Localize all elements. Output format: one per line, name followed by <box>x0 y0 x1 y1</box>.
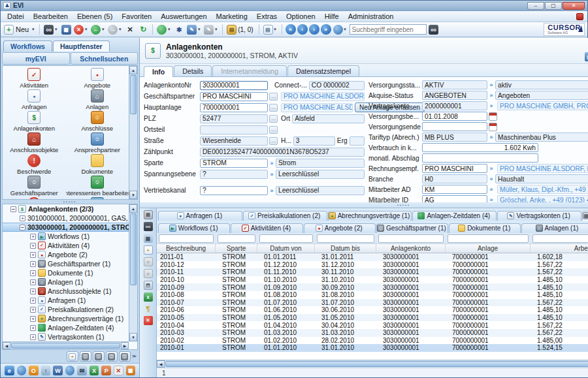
shortcut-item[interactable]: Anschlussobjekte <box>3 133 66 154</box>
related-tab[interactable]: Anlagen (1) <box>521 223 588 233</box>
shortcut-item[interactable]: Anlagen <box>66 89 129 111</box>
plz-field[interactable]: 52477 <box>200 114 268 123</box>
collapse-expander-icon[interactable] <box>20 225 25 230</box>
rail-button[interactable] <box>144 292 153 302</box>
search-input[interactable] <box>350 24 427 35</box>
nav-next-button[interactable] <box>309 24 319 35</box>
lookup-dots-icon[interactable] <box>269 104 278 112</box>
related-tab[interactable]: Vertragskonten (1) <box>497 211 581 221</box>
tree-child-node[interactable]: Anfragen (1) <box>3 296 129 305</box>
rail-button[interactable] <box>144 316 153 325</box>
column-header[interactable]: Sparte <box>216 244 257 253</box>
column-filter-input[interactable] <box>259 234 313 243</box>
maximize-button[interactable] <box>545 2 562 10</box>
menu-item[interactable]: Administration <box>344 12 399 21</box>
refresh-button[interactable] <box>137 24 149 35</box>
tree-sibling-node[interactable]: 3010000001, 2000000001, GAS, AKTIV <box>3 213 129 223</box>
tree-child-node[interactable]: Geschäftspartner (1) <box>3 259 129 268</box>
expand-expander-icon[interactable] <box>30 307 36 313</box>
left-panel-subtab[interactable]: myEVI <box>2 52 70 65</box>
close-button[interactable] <box>563 2 585 10</box>
cancel-button[interactable] <box>73 24 89 35</box>
tree-child-node[interactable]: Vertragskonten (1) <box>3 332 129 341</box>
key-lookup-icon[interactable] <box>487 186 495 193</box>
hausnr-field[interactable]: 3 <box>293 136 335 146</box>
mitarbeiter-id-link[interactable]: Gröschel, Anke, , +49 (0123) 4567, info@… <box>497 195 588 202</box>
new-dropdown-caret[interactable] <box>31 27 35 32</box>
shortcut-item[interactable]: Dokumente <box>66 154 129 176</box>
expand-expander-icon[interactable] <box>30 316 36 322</box>
related-tab[interactable]: Workflows (1) <box>158 223 230 233</box>
run-button[interactable] <box>173 24 185 35</box>
erg-field[interactable] <box>350 136 365 146</box>
dock-app-icon[interactable] <box>65 366 75 375</box>
key-lookup-icon[interactable] <box>487 165 495 172</box>
column-filter-input[interactable] <box>448 234 529 243</box>
verbrauch-input[interactable]: 1.602 Kwh <box>422 143 538 152</box>
key-lookup-icon[interactable] <box>268 171 276 178</box>
dock-app-icon[interactable] <box>29 366 39 375</box>
table-row[interactable]: 2010-07 STROM 01.07.2010 31.07.2010 3030… <box>157 299 588 307</box>
table-row[interactable]: 2010-09 STROM 01.09.2010 30.09.2010 3030… <box>157 283 588 291</box>
tree-child-node[interactable]: Anlagen (1) <box>3 277 129 287</box>
scroll-down-icon[interactable] <box>129 333 137 341</box>
scroll-up-icon[interactable] <box>129 204 137 213</box>
scroll-right-icon[interactable] <box>121 342 129 349</box>
table-row[interactable]: 2010-05 STROM 01.05.2010 31.05.2010 3030… <box>157 314 588 322</box>
table-row[interactable]: 2010-11 STROM 01.11.2010 30.11.2010 3030… <box>157 268 588 276</box>
left-panel-subtab[interactable]: Schnellsuchen <box>71 52 139 65</box>
shortcut-item[interactable]: Anfragen <box>3 89 66 111</box>
shortcut-item[interactable]: Anschlüsse <box>66 111 129 133</box>
expand-expander-icon[interactable] <box>30 270 36 276</box>
menu-item[interactable]: Bearbeiten <box>29 12 73 21</box>
nav-previous-button[interactable] <box>297 24 308 35</box>
column-header[interactable]: Anlagenkonto <box>376 244 446 253</box>
partner-view-button[interactable] <box>119 351 131 362</box>
table-row[interactable]: 2010-12 STROM 01.12.2010 31.12.2010 3030… <box>157 261 588 269</box>
key-lookup-icon[interactable] <box>487 134 495 140</box>
expand-expander-icon[interactable] <box>30 243 36 249</box>
table-row[interactable]: 2010-03 STROM 01.03.2010 31.03.2010 3030… <box>157 329 588 337</box>
column-header[interactable]: Datum von <box>257 244 315 253</box>
vertragskonto-link[interactable]: PRO MASCHINE GMBH, PRO MASCHINE ALSDORF <box>497 101 588 110</box>
record-tab[interactable]: Datensatzstempel <box>287 65 359 76</box>
tree-root-node[interactable]: Anlagenkonten (2/3) <box>3 204 129 213</box>
key-lookup-icon[interactable] <box>268 160 276 166</box>
export-button[interactable] <box>156 24 172 35</box>
minimize-button[interactable] <box>527 2 544 10</box>
table-row[interactable]: 2010-02 STROM 01.02.2010 28.02.2010 3030… <box>157 337 588 345</box>
nav-last-button[interactable] <box>321 24 331 35</box>
related-tab[interactable]: Angebote (2) <box>304 223 376 233</box>
calendar-icon[interactable] <box>489 112 497 121</box>
rail-button[interactable] <box>144 245 153 255</box>
column-filter-input[interactable] <box>218 234 255 243</box>
expand-expander-icon[interactable] <box>30 261 36 267</box>
dock-app-icon[interactable] <box>77 366 87 375</box>
rechnungsempf-input[interactable]: PRO MASCHINI <box>422 164 487 173</box>
shortcut-item[interactable]: Angebote <box>66 68 129 89</box>
menu-item[interactable]: Ebenen (5) <box>73 12 117 21</box>
tree-horizontal-scrollbar[interactable] <box>3 341 129 349</box>
menu-item[interactable]: Extras <box>252 12 282 21</box>
sparte-input[interactable]: STROM <box>200 159 268 168</box>
expand-expander-icon[interactable] <box>30 298 36 304</box>
nav-first-button[interactable] <box>286 24 296 35</box>
tree-child-node[interactable]: Aktivitäten (4) <box>3 241 129 250</box>
menu-item[interactable]: Optionen <box>282 12 320 21</box>
calendar-icon[interactable] <box>489 123 497 131</box>
shortcut-item[interactable]: Anlagenkonten <box>3 111 66 133</box>
expand-expander-icon[interactable] <box>30 234 36 240</box>
strasse-field[interactable]: Wiesenheide <box>200 136 268 146</box>
dock-app-icon[interactable] <box>90 366 99 375</box>
new-button[interactable]: Neu <box>3 24 36 35</box>
lookup-dots-icon[interactable] <box>269 137 278 145</box>
expand-expander-icon[interactable] <box>30 279 36 285</box>
search-button[interactable] <box>43 24 59 35</box>
forward-button[interactable] <box>107 24 123 35</box>
table-row[interactable]: 2010-10 STROM 01.10.2010 31.10.2010 3030… <box>157 276 588 284</box>
table-row[interactable]: 2010-01 STROM 01.01.2010 31.01.2010 3030… <box>157 344 588 352</box>
rail-button[interactable] <box>144 222 153 231</box>
table-horizontal-scrollbar[interactable] <box>157 360 588 368</box>
hauptanlage-link[interactable]: PRO MASCHINE ALSDORF, <box>281 103 353 112</box>
related-tab[interactable]: Anlagen-Zeitdaten (4) <box>412 211 497 221</box>
